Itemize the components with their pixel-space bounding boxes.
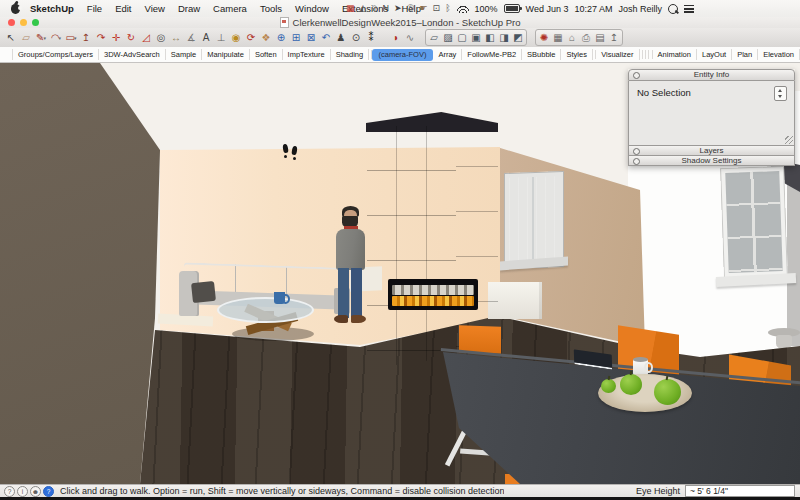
axes-tool-icon[interactable]: ⊥ bbox=[214, 31, 228, 45]
zoom-window-tool-icon[interactable]: ⊞ bbox=[289, 31, 303, 45]
look-around-icon[interactable]: ⊙ bbox=[349, 31, 363, 45]
entity-info-titlebar[interactable]: Entity Info bbox=[628, 69, 795, 81]
rotate-tool-icon[interactable]: ↻ bbox=[124, 31, 138, 45]
toolbar-right-area: ◑∿ ▱▨▢▣◧◨◩ ✺▦⌂⎙▤↥ bbox=[388, 29, 623, 46]
line-tool-icon[interactable]: ✎▾ bbox=[34, 31, 48, 45]
position-camera-icon[interactable]: ♟ bbox=[334, 31, 348, 45]
offset-tool-icon[interactable]: ◎ bbox=[154, 31, 168, 45]
airplay-icon[interactable]: ⊡ bbox=[433, 0, 441, 17]
pan-tool-icon[interactable]: ❖ bbox=[259, 31, 273, 45]
tab-imptexture[interactable]: ImpTexture bbox=[283, 49, 331, 60]
text-tool-icon[interactable]: A bbox=[199, 31, 213, 45]
layers-panel-bar[interactable]: Layers bbox=[628, 146, 795, 156]
app-five-icon[interactable]: ⑤ bbox=[406, 0, 414, 17]
panel-close-button[interactable] bbox=[633, 72, 640, 79]
panel-close-button[interactable] bbox=[633, 158, 640, 165]
info-circle-icon[interactable]: i bbox=[17, 486, 28, 497]
tab-animation[interactable]: Animation bbox=[653, 49, 697, 60]
menu-camera[interactable]: Camera bbox=[213, 3, 247, 14]
tab-manipulate[interactable]: Manipulate bbox=[202, 49, 250, 60]
tab-groups-comps-layers[interactable]: Groups/Comps/Layers bbox=[12, 49, 99, 60]
question-circle-icon[interactable]: ? bbox=[43, 486, 54, 497]
app-n-icon[interactable]: N bbox=[382, 0, 389, 17]
tab-sample[interactable]: Sample bbox=[166, 49, 202, 60]
tab-visualizer[interactable]: Visualizer bbox=[596, 49, 639, 60]
3d-viewport[interactable]: Entity Info No Selection Layers Shadow S… bbox=[0, 63, 800, 484]
menu-date[interactable]: Wed Jun 3 bbox=[526, 4, 569, 14]
shadows-toggle-icon[interactable]: ◑ bbox=[388, 31, 402, 45]
app-play-icon[interactable]: ◭ bbox=[360, 0, 367, 17]
apple-menu-icon[interactable] bbox=[11, 4, 20, 14]
tab-soften[interactable]: Soften bbox=[250, 49, 283, 60]
face-style-group: ▱▨▢▣◧◨◩ bbox=[425, 29, 527, 46]
help-circle-icon[interactable]: ? bbox=[4, 486, 15, 497]
shaded-style-icon[interactable]: ◧ bbox=[483, 31, 497, 45]
tab-styles[interactable]: Styles bbox=[561, 49, 592, 60]
paint-bucket-tool-icon[interactable]: ◉ bbox=[229, 31, 243, 45]
tab-shading[interactable]: Shading bbox=[331, 49, 370, 60]
visualizer-tool-icon[interactable]: ✺ bbox=[537, 31, 551, 45]
notification-center-icon[interactable] bbox=[684, 5, 694, 13]
fog-toggle-icon[interactable]: ∿ bbox=[403, 31, 417, 45]
back-edges-style-icon[interactable]: ▨ bbox=[441, 31, 455, 45]
follow-me-tool-icon[interactable]: ↷ bbox=[94, 31, 108, 45]
coffee-table-leg bbox=[244, 304, 292, 332]
textured-style-icon[interactable]: ◨ bbox=[497, 31, 511, 45]
menu-file[interactable]: File bbox=[87, 3, 102, 14]
entity-info-detail-toggle[interactable] bbox=[774, 86, 787, 101]
app-bird-icon[interactable]: ➤ bbox=[394, 0, 402, 17]
wifi-icon[interactable] bbox=[457, 4, 469, 13]
bench-left bbox=[350, 266, 382, 292]
arc-tool-icon[interactable]: ◠▾ bbox=[49, 31, 63, 45]
menu-draw[interactable]: Draw bbox=[178, 3, 200, 14]
tab-elevation[interactable]: Elevation bbox=[758, 49, 800, 60]
app-hand-icon[interactable]: ☛ bbox=[420, 0, 428, 17]
tab-camera-fov[interactable]: (camera-FOV) bbox=[372, 49, 433, 61]
orbit-tool-icon[interactable]: ⟳ bbox=[244, 31, 258, 45]
bell-icon[interactable]: ⍾ bbox=[371, 0, 377, 17]
previous-view-icon[interactable]: ↶ bbox=[319, 31, 333, 45]
orange-chair bbox=[459, 325, 501, 353]
walk-tool-icon[interactable]: ⁑ bbox=[364, 31, 378, 45]
component-tool-icon[interactable]: ▦ bbox=[551, 31, 565, 45]
x-ray-style-icon[interactable]: ▱ bbox=[427, 31, 441, 45]
panel-resize-handle[interactable] bbox=[785, 136, 793, 144]
menu-tools[interactable]: Tools bbox=[260, 3, 282, 14]
menu-window[interactable]: Window bbox=[295, 3, 329, 14]
menu-view[interactable]: View bbox=[145, 3, 165, 14]
zoom-tool-icon[interactable]: ⊕ bbox=[274, 31, 288, 45]
instructor-circle-icon[interactable]: ☻ bbox=[30, 486, 41, 497]
export-icon[interactable]: ↥ bbox=[607, 31, 621, 45]
rectangle-tool-icon[interactable]: ▭▾ bbox=[64, 31, 78, 45]
menu-edit[interactable]: Edit bbox=[115, 3, 131, 14]
tape-measure-tool-icon[interactable]: ↔ bbox=[169, 31, 183, 45]
protractor-tool-icon[interactable]: ∡ bbox=[184, 31, 198, 45]
move-tool-icon[interactable]: ✛ bbox=[109, 31, 123, 45]
shadow-settings-panel-bar[interactable]: Shadow Settings bbox=[628, 156, 795, 166]
spotlight-search-icon[interactable] bbox=[668, 4, 678, 14]
select-tool-icon[interactable]: ↖ bbox=[4, 31, 18, 45]
home-view-icon[interactable]: ⌂ bbox=[565, 31, 579, 45]
scale-tool-icon[interactable]: ◿ bbox=[139, 31, 153, 45]
tab-sbubble[interactable]: SBubble bbox=[522, 49, 561, 60]
tab-plan[interactable]: Plan bbox=[732, 49, 758, 60]
tab-followme-pb2[interactable]: FollowMe-PB2 bbox=[462, 49, 522, 60]
push-pull-tool-icon[interactable]: ↥ bbox=[79, 31, 93, 45]
panel-close-button[interactable] bbox=[633, 148, 640, 155]
tab-3dw-advsearch[interactable]: 3DW-AdvSearch bbox=[99, 49, 166, 60]
eraser-tool-icon[interactable]: ▱ bbox=[19, 31, 33, 45]
bluetooth-icon[interactable]: ᛒ bbox=[445, 0, 450, 17]
eye-height-input[interactable]: ~ 5' 6 1/4" bbox=[685, 485, 795, 497]
page-setup-icon[interactable]: ▤ bbox=[593, 31, 607, 45]
menu-user[interactable]: Josh Reilly bbox=[618, 4, 662, 14]
hidden-line-style-icon[interactable]: ▣ bbox=[469, 31, 483, 45]
tab-array[interactable]: Array bbox=[433, 49, 462, 60]
menu-time[interactable]: 10:27 AM bbox=[574, 4, 612, 14]
menu-sketchup[interactable]: SketchUp bbox=[30, 3, 74, 14]
tab-layout[interactable]: LayOut bbox=[697, 49, 732, 60]
wireframe-style-icon[interactable]: ▢ bbox=[455, 31, 469, 45]
app-grid-icon[interactable]: ▦ bbox=[346, 0, 355, 17]
monochrome-style-icon[interactable]: ◩ bbox=[511, 31, 525, 45]
zoom-extents-tool-icon[interactable]: ⊠ bbox=[304, 31, 318, 45]
print-icon[interactable]: ⎙ bbox=[579, 31, 593, 45]
